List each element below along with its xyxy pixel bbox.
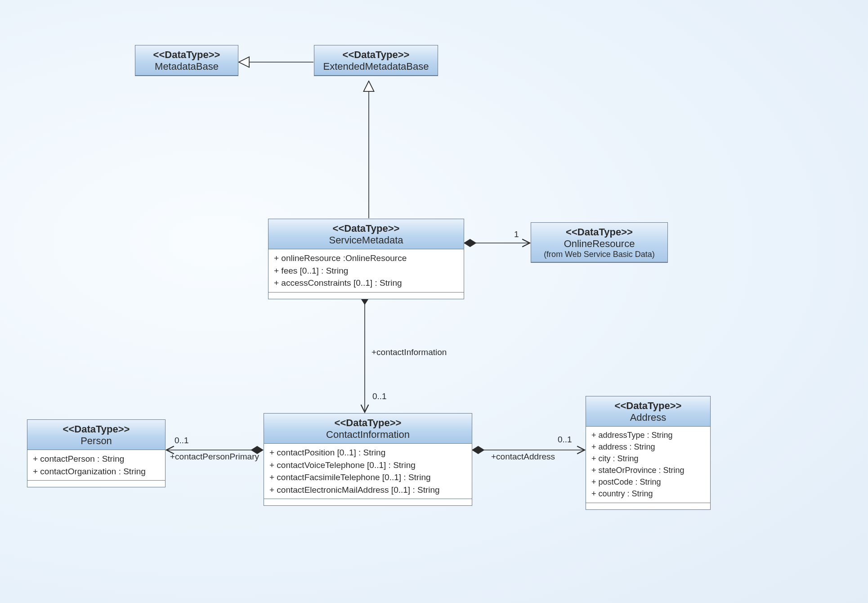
attr: + contactElectronicMailAddress [0..1] : … (269, 484, 466, 496)
connectors (0, 0, 868, 603)
class-address: <<DataType>> Address + addressType : Str… (586, 396, 711, 510)
stereotype: <<DataType>> (592, 400, 704, 412)
class-name: ContactInformation (270, 429, 465, 441)
label-person-role: +contactPersonPrimary (170, 452, 259, 462)
class-name: ServiceMetadata (275, 234, 457, 246)
class-person: <<DataType>> Person + contactPerson : St… (27, 419, 166, 487)
attr: + country : String (591, 488, 705, 500)
label-address-mult: 0..1 (558, 435, 572, 445)
label-address-role: +contactAddress (491, 452, 555, 462)
attr: + onlineResource :OnlineResource (274, 252, 458, 265)
attr: + postCode : String (591, 476, 705, 488)
label-person-mult: 0..1 (174, 436, 189, 446)
class-name: OnlineResource (537, 238, 661, 250)
class-extendedmetadatabase: <<DataType>> ExtendedMetadataBase (314, 45, 438, 76)
attr: + stateOrProvince : String (591, 464, 705, 476)
attr: + accessConstraints [0..1] : String (274, 277, 458, 289)
attr: + contactPerson : String (33, 453, 160, 465)
stereotype: <<DataType>> (270, 417, 465, 429)
class-name: ExtendedMetadataBase (321, 61, 431, 72)
attr: + city : String (591, 453, 705, 464)
class-servicemetadata: <<DataType>> ServiceMetadata + onlineRes… (268, 219, 464, 299)
attr: + contactOrganization : String (33, 465, 160, 478)
class-name: Address (592, 412, 704, 423)
stereotype: <<DataType>> (537, 226, 661, 238)
label-contactinfo-mult: 0..1 (372, 392, 387, 401)
class-onlineresource: <<DataType>> OnlineResource (from Web Se… (531, 222, 668, 263)
class-name: MetadataBase (142, 61, 232, 72)
stereotype: <<DataType>> (321, 49, 431, 61)
label-contactinfo-role: +contactInformation (371, 347, 447, 357)
attr: + address : String (591, 441, 705, 453)
attr: + contactFacsimileTelephone [0..1] : Str… (269, 471, 466, 484)
stereotype: <<DataType>> (275, 223, 457, 234)
class-name: Person (34, 435, 159, 447)
attr: + addressType : String (591, 429, 705, 441)
stereotype: <<DataType>> (142, 49, 232, 61)
class-metadatabase: <<DataType>> MetadataBase (135, 45, 238, 76)
attr: + contactVoiceTelephone [0..1] : String (269, 459, 466, 472)
label-onlineresource-mult: 1 (514, 230, 519, 239)
stereotype: <<DataType>> (34, 423, 159, 435)
class-contactinformation: <<DataType>> ContactInformation + contac… (264, 413, 472, 506)
attr: + fees [0..1] : String (274, 265, 458, 277)
attr: + contactPosition [0..1] : String (269, 446, 466, 459)
class-sub: (from Web Service Basic Data) (537, 250, 661, 259)
